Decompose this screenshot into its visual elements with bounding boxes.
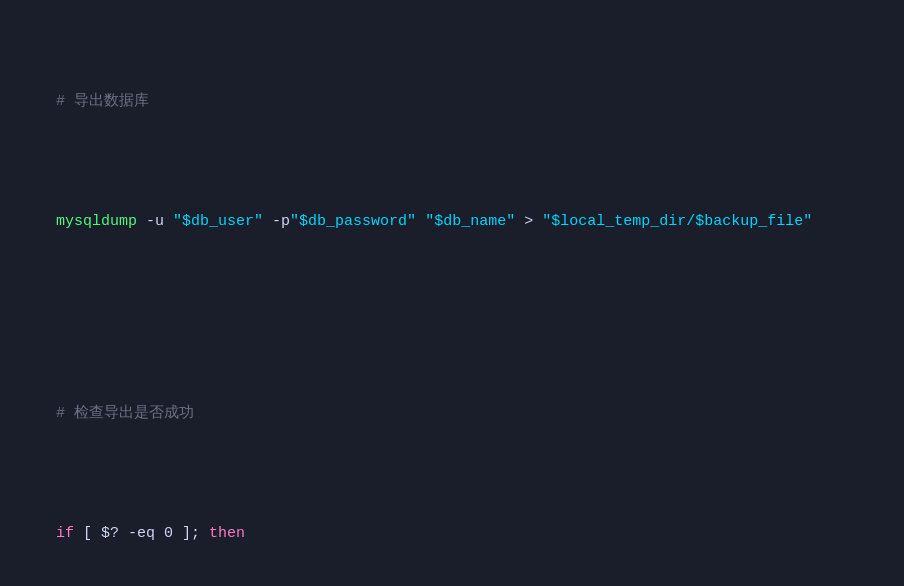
plain-p: -p bbox=[263, 213, 290, 230]
plain-space2 bbox=[416, 213, 425, 230]
line-comment2: # 检查导出是否成功 bbox=[20, 378, 884, 450]
plain-space1: -u bbox=[137, 213, 173, 230]
line-mysqldump: mysqldump -u "$db_user" -p"$db_password"… bbox=[20, 186, 884, 258]
plain-redirect: > bbox=[515, 213, 542, 230]
var-db-user: "$db_user" bbox=[173, 213, 263, 230]
var-db-name: "$db_name" bbox=[425, 213, 515, 230]
comment-export-check: # 检查导出是否成功 bbox=[56, 405, 194, 422]
line-blank1 bbox=[20, 306, 884, 330]
var-db-password: "$db_password" bbox=[290, 213, 416, 230]
plain-bracket1: [ $? -eq 0 ]; bbox=[74, 525, 209, 542]
line-if1: if [ $? -eq 0 ]; then bbox=[20, 498, 884, 570]
comment-text: # 导出数据库 bbox=[56, 93, 149, 110]
kw-then1: then bbox=[209, 525, 245, 542]
kw-if1: if bbox=[56, 525, 74, 542]
code-editor: # 导出数据库 mysqldump -u "$db_user" -p"$db_p… bbox=[20, 18, 884, 586]
line-comment1: # 导出数据库 bbox=[20, 66, 884, 138]
cmd-mysqldump: mysqldump bbox=[56, 213, 137, 230]
var-backup-path: "$local_temp_dir/$backup_file" bbox=[542, 213, 812, 230]
